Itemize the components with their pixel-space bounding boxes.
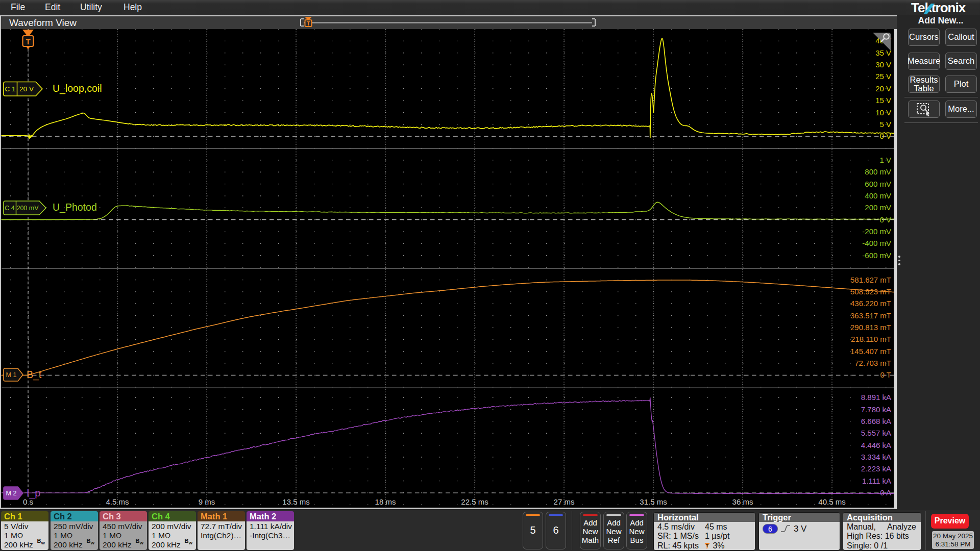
- svg-text:8.891 kA: 8.891 kA: [861, 393, 891, 402]
- svg-text:5.557 kA: 5.557 kA: [861, 429, 891, 437]
- svg-text:20 V: 20 V: [875, 84, 891, 93]
- svg-text:-200 mV: -200 mV: [862, 227, 891, 236]
- svg-text:218.110 mT: 218.110 mT: [851, 335, 891, 343]
- svg-text:B_t: B_t: [27, 369, 42, 381]
- svg-text:U_loop,coil: U_loop,coil: [53, 83, 102, 94]
- svg-text:C 1: C 1: [5, 85, 15, 93]
- svg-text:72.703 mT: 72.703 mT: [854, 359, 891, 367]
- svg-text:0 T: 0 T: [880, 370, 891, 379]
- svg-text:4.5 ms: 4.5 ms: [106, 497, 129, 506]
- svg-text:C 4: C 4: [5, 205, 15, 212]
- svg-text:15 V: 15 V: [875, 96, 891, 105]
- svg-text:13.5 ms: 13.5 ms: [282, 497, 309, 506]
- svg-text:10 V: 10 V: [875, 108, 891, 117]
- svg-text:31.5 ms: 31.5 ms: [640, 497, 667, 506]
- svg-text:T: T: [307, 20, 310, 27]
- svg-text:Tektronix: Tektronix: [911, 1, 966, 14]
- svg-text:-600 mV: -600 mV: [862, 251, 891, 260]
- svg-text:40.5 ms: 40.5 ms: [818, 497, 845, 506]
- svg-text:1.111 kA: 1.111 kA: [862, 477, 891, 485]
- svg-text:0 V: 0 V: [879, 215, 891, 224]
- svg-text:25 V: 25 V: [875, 72, 891, 81]
- svg-text:145.407 mT: 145.407 mT: [850, 347, 891, 356]
- svg-text:22.5 ms: 22.5 ms: [461, 497, 488, 506]
- svg-text:35 V: 35 V: [875, 48, 891, 57]
- svg-text:508.923 mT: 508.923 mT: [850, 287, 891, 296]
- svg-text:20 V: 20 V: [19, 85, 34, 93]
- svg-text:M 1: M 1: [6, 371, 17, 379]
- svg-text:4.446 kA: 4.446 kA: [861, 441, 891, 449]
- svg-text:581.627 mT: 581.627 mT: [850, 276, 891, 284]
- svg-text:T: T: [706, 543, 708, 548]
- svg-text:M 2: M 2: [6, 490, 17, 497]
- svg-text:7.780 kA: 7.780 kA: [861, 405, 891, 414]
- svg-text:600 mV: 600 mV: [865, 180, 891, 188]
- svg-text:200 mV: 200 mV: [16, 205, 39, 212]
- svg-text:0 A: 0 A: [880, 488, 891, 497]
- svg-text:I_p: I_p: [27, 487, 40, 499]
- svg-text:U_Photod: U_Photod: [53, 202, 97, 213]
- svg-text:-400 mV: -400 mV: [862, 239, 891, 247]
- svg-text:T: T: [26, 37, 30, 46]
- svg-text:0 V: 0 V: [879, 132, 891, 140]
- svg-text:27 ms: 27 ms: [554, 497, 575, 506]
- svg-text:36 ms: 36 ms: [732, 497, 753, 506]
- svg-text:0 s: 0 s: [23, 497, 33, 506]
- svg-text:3.334 kA: 3.334 kA: [861, 453, 891, 461]
- svg-text:18 ms: 18 ms: [375, 497, 396, 506]
- svg-text:2.223 kA: 2.223 kA: [861, 464, 891, 473]
- svg-text:400 mV: 400 mV: [865, 191, 891, 200]
- svg-text:30 V: 30 V: [875, 60, 891, 69]
- svg-text:6.668 kA: 6.668 kA: [861, 417, 891, 425]
- svg-text:800 mV: 800 mV: [865, 167, 891, 176]
- svg-text:363.517 mT: 363.517 mT: [850, 311, 891, 320]
- svg-text:436.220 mT: 436.220 mT: [850, 299, 891, 308]
- svg-text:200 mV: 200 mV: [865, 203, 891, 212]
- svg-text:290.813 mT: 290.813 mT: [850, 323, 891, 332]
- svg-text:9 ms: 9 ms: [199, 497, 215, 506]
- svg-text:1 V: 1 V: [879, 156, 891, 164]
- svg-text:5 V: 5 V: [879, 120, 891, 129]
